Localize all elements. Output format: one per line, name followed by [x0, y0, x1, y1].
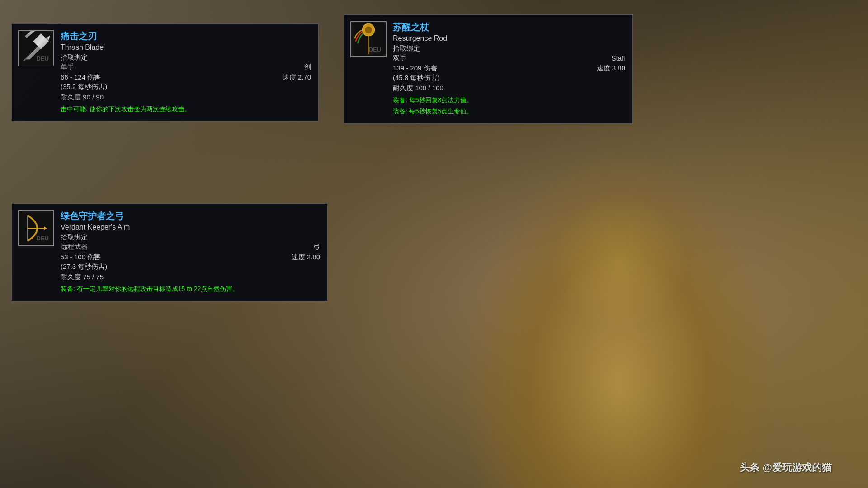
resurgence-rod-hand: 双手 [393, 54, 406, 62]
verdant-keeper-content: 绿色守护者之弓 Verdant Keeper's Aim 拾取绑定 远程武器 弓… [61, 210, 320, 294]
verdant-keeper-name-en: Verdant Keeper's Aim [61, 223, 320, 231]
verdant-keeper-icon: DEU [18, 210, 54, 246]
resurgence-rod-durability: 耐久度 100 / 100 [393, 84, 625, 93]
resurgence-rod-icon: DEU [350, 21, 387, 57]
thrash-blade-name-cn: 痛击之刃 [61, 30, 311, 42]
resurgence-rod-speed: 速度 3.80 [597, 64, 625, 73]
resurgence-rod-damage: 139 - 209 伤害 [393, 64, 437, 73]
verdant-keeper-damage: 53 - 100 伤害 [61, 253, 101, 262]
thrash-blade-bind: 拾取绑定 [61, 53, 311, 62]
deu-watermark-3: DEU [37, 235, 49, 242]
verdant-keeper-dps: (27.3 每秒伤害) [61, 263, 320, 271]
resurgence-rod-content: 苏醒之杖 Resurgence Rod 拾取绑定 双手 Staff 139 - … [393, 21, 625, 116]
resurgence-rod-effect1: 装备: 每5秒回复8点法力值。 [393, 95, 625, 105]
thrash-blade-speed: 速度 2.70 [283, 73, 311, 82]
resurgence-rod-effect2: 装备: 每5秒恢复5点生命值。 [393, 107, 625, 116]
thrash-blade-effect: 击中可能: 使你的下次攻击变为两次连续攻击。 [61, 104, 311, 114]
verdant-keeper-durability: 耐久度 75 / 75 [61, 273, 320, 282]
verdant-keeper-speed: 速度 2.80 [292, 253, 320, 262]
resurgence-rod-name-en: Resurgence Rod [393, 34, 625, 42]
resurgence-rod-dps: (45.8 每秒伤害) [393, 74, 625, 82]
verdant-keeper-damage-row: 53 - 100 伤害 速度 2.80 [61, 253, 320, 262]
verdant-keeper-hand: 远程武器 [61, 243, 88, 251]
watermark: 头条 @爱玩游戏的猫 [740, 461, 832, 474]
resurgence-rod-type: Staff [611, 54, 625, 62]
thrash-blade-damage: 66 - 124 伤害 [61, 73, 101, 82]
verdant-keeper-name-cn: 绿色守护者之弓 [61, 210, 320, 222]
bg-figure [461, 149, 778, 488]
deu-watermark-1: DEU [37, 55, 49, 62]
thrash-blade-type: 剑 [304, 63, 311, 71]
deu-watermark-2: DEU [369, 46, 381, 53]
resurgence-rod-hand-row: 双手 Staff [393, 54, 625, 62]
thrash-blade-hand-row: 单手 剑 [61, 63, 311, 71]
verdant-keeper-hand-row: 远程武器 弓 [61, 243, 320, 251]
resurgence-rod-bind: 拾取绑定 [393, 44, 625, 53]
thrash-blade-damage-row: 66 - 124 伤害 速度 2.70 [61, 73, 311, 82]
verdant-keeper-card: DEU 绿色守护者之弓 Verdant Keeper's Aim 拾取绑定 远程… [11, 203, 328, 301]
thrash-blade-content: 痛击之刃 Thrash Blade 拾取绑定 单手 剑 66 - 124 伤害 … [61, 30, 311, 114]
thrash-blade-icon: DEU [18, 30, 54, 66]
thrash-blade-dps: (35.2 每秒伤害) [61, 83, 311, 91]
svg-point-8 [365, 27, 372, 33]
thrash-blade-durability: 耐久度 90 / 90 [61, 93, 311, 102]
resurgence-rod-card: DEU 苏醒之杖 Resurgence Rod 拾取绑定 双手 Staff 13… [344, 14, 633, 124]
resurgence-rod-damage-row: 139 - 209 伤害 速度 3.80 [393, 64, 625, 73]
verdant-keeper-effect: 装备: 有一定几率对你的远程攻击目标造成15 to 22点自然伤害。 [61, 284, 320, 294]
thrash-blade-hand: 单手 [61, 63, 74, 71]
thrash-blade-card: DEU 痛击之刃 Thrash Blade 拾取绑定 单手 剑 66 - 124… [11, 23, 319, 122]
verdant-keeper-bind: 拾取绑定 [61, 233, 320, 242]
resurgence-rod-name-cn: 苏醒之杖 [393, 21, 625, 33]
thrash-blade-name-en: Thrash Blade [61, 43, 311, 52]
verdant-keeper-type: 弓 [313, 243, 320, 251]
